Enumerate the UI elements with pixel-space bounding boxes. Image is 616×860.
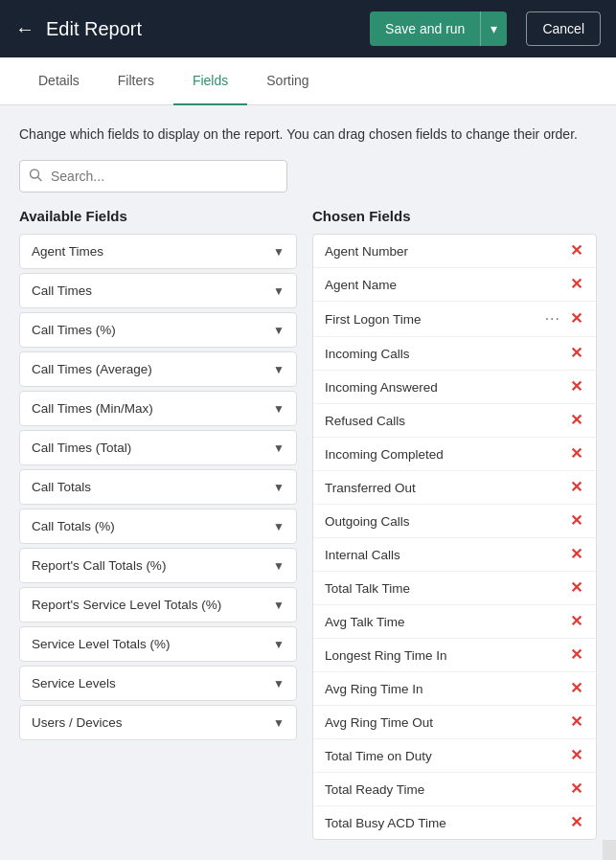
remove-field-button[interactable]: ✕ xyxy=(568,547,584,562)
dropdown-arrow-icon: ▼ xyxy=(273,245,285,259)
dropdown-arrow-icon: ▼ xyxy=(273,284,285,298)
svg-line-1 xyxy=(38,177,42,181)
chosen-field-actions: ✕ xyxy=(568,714,584,730)
chosen-field-label: Avg Ring Time Out xyxy=(325,715,568,730)
available-field-item[interactable]: Agent Times ▼ xyxy=(19,234,297,269)
available-field-item[interactable]: Service Levels ▼ xyxy=(19,666,297,701)
chosen-field-item: Outgoing Calls ✕ xyxy=(313,505,596,538)
field-options-button[interactable]: ··· xyxy=(543,310,562,328)
header: ← Edit Report Save and run ▾ Cancel xyxy=(0,0,616,57)
remove-field-button[interactable]: ✕ xyxy=(568,580,584,596)
available-field-item[interactable]: Service Level Totals (%) ▼ xyxy=(19,626,297,662)
remove-field-button[interactable]: ✕ xyxy=(568,815,584,830)
chosen-field-actions: ···✕ xyxy=(543,310,584,328)
remove-field-button[interactable]: ✕ xyxy=(568,647,584,663)
page-title: Edit Report xyxy=(46,18,358,40)
remove-field-button[interactable]: ✕ xyxy=(568,277,584,292)
available-field-item[interactable]: Call Times (%) ▼ xyxy=(19,312,297,348)
chosen-field-item: Agent Number ✕ xyxy=(313,235,596,268)
remove-field-button[interactable]: ✕ xyxy=(568,379,584,395)
remove-field-button[interactable]: ✕ xyxy=(568,413,584,428)
search-icon xyxy=(29,169,42,185)
save-run-button[interactable]: Save and run xyxy=(370,11,480,46)
dropdown-arrow-icon: ▼ xyxy=(273,638,285,651)
chosen-field-actions: ✕ xyxy=(568,277,584,292)
chosen-field-item: Longest Ring Time In ✕ xyxy=(313,639,596,672)
dropdown-arrow-icon: ▼ xyxy=(273,599,285,612)
available-field-label: Call Times (Min/Max) xyxy=(32,401,273,416)
remove-field-button[interactable]: ✕ xyxy=(568,480,584,495)
remove-field-button[interactable]: ✕ xyxy=(568,614,584,629)
chosen-field-actions: ✕ xyxy=(568,346,584,361)
fields-container: Available Fields Agent Times ▼ Call Time… xyxy=(19,208,597,840)
back-icon: ← xyxy=(15,18,34,40)
content-area: Details Filters Fields Sorting Change wh… xyxy=(0,57,616,840)
dropdown-arrow-icon: ▼ xyxy=(273,363,285,376)
available-field-item[interactable]: Call Times ▼ xyxy=(19,273,297,308)
remove-field-button[interactable]: ✕ xyxy=(568,714,584,730)
tab-sorting[interactable]: Sorting xyxy=(247,57,328,105)
dropdown-icon: ▾ xyxy=(491,21,497,36)
dropdown-arrow-icon: ▼ xyxy=(273,402,285,416)
available-fields-title: Available Fields xyxy=(19,208,297,224)
available-field-item[interactable]: Call Totals ▼ xyxy=(19,469,297,505)
available-field-item[interactable]: Call Times (Min/Max) ▼ xyxy=(19,391,297,426)
chosen-field-label: Outgoing Calls xyxy=(325,514,568,529)
chosen-field-actions: ✕ xyxy=(568,647,584,663)
available-field-item[interactable]: Report's Service Level Totals (%) ▼ xyxy=(19,587,297,622)
available-field-label: Call Totals xyxy=(32,480,273,494)
remove-field-button[interactable]: ✕ xyxy=(568,346,584,361)
chosen-field-item: Avg Ring Time In ✕ xyxy=(313,672,596,706)
chosen-field-item: Avg Talk Time ✕ xyxy=(313,605,596,639)
save-run-dropdown-button[interactable]: ▾ xyxy=(480,11,507,46)
chosen-field-label: Incoming Answered xyxy=(325,380,568,395)
remove-field-button[interactable]: ✕ xyxy=(568,311,584,327)
chosen-field-actions: ✕ xyxy=(568,446,584,462)
available-field-label: Call Times (Total) xyxy=(32,441,273,455)
available-field-item[interactable]: Users / Devices ▼ xyxy=(19,705,297,740)
remove-field-button[interactable]: ✕ xyxy=(568,781,584,797)
available-field-label: Service Level Totals (%) xyxy=(32,637,273,651)
chosen-fields-title: Chosen Fields xyxy=(312,208,597,224)
chosen-field-label: First Logon Time xyxy=(325,312,543,327)
chosen-field-label: Agent Number xyxy=(325,244,568,259)
remove-field-button[interactable]: ✕ xyxy=(568,446,584,462)
remove-field-button[interactable]: ✕ xyxy=(568,681,584,696)
chosen-field-label: Internal Calls xyxy=(325,548,568,562)
tab-filters[interactable]: Filters xyxy=(99,57,173,105)
chosen-field-actions: ✕ xyxy=(568,815,584,830)
chosen-field-item: Avg Ring Time Out ✕ xyxy=(313,706,596,739)
chosen-field-label: Incoming Calls xyxy=(325,347,568,361)
tab-fields[interactable]: Fields xyxy=(173,57,247,105)
chosen-field-item: Incoming Completed ✕ xyxy=(313,438,596,471)
dropdown-arrow-icon: ▼ xyxy=(273,520,285,533)
dropdown-arrow-icon: ▼ xyxy=(273,441,285,455)
search-input[interactable] xyxy=(19,160,287,192)
main-content: Change which fields to display on the re… xyxy=(0,105,616,840)
chosen-field-actions: ✕ xyxy=(568,413,584,428)
dropdown-arrow-icon: ▼ xyxy=(273,324,285,337)
dropdown-arrow-icon: ▼ xyxy=(273,481,285,494)
remove-field-button[interactable]: ✕ xyxy=(568,513,584,529)
remove-field-button[interactable]: ✕ xyxy=(568,748,584,763)
back-button[interactable]: ← xyxy=(15,18,34,40)
chosen-field-actions: ✕ xyxy=(568,748,584,763)
available-field-item[interactable]: Call Totals (%) ▼ xyxy=(19,509,297,544)
available-field-item[interactable]: Report's Call Totals (%) ▼ xyxy=(19,548,297,583)
chosen-field-item: Total Ready Time ✕ xyxy=(313,773,596,806)
cancel-button[interactable]: Cancel xyxy=(526,11,601,46)
available-fields-list: Agent Times ▼ Call Times ▼ Call Times (%… xyxy=(19,234,297,740)
available-field-item[interactable]: Call Times (Total) ▼ xyxy=(19,430,297,465)
chosen-fields-panel: Chosen Fields Agent Number ✕ Agent Name … xyxy=(312,208,597,840)
available-field-item[interactable]: Call Times (Average) ▼ xyxy=(19,351,297,387)
chosen-field-actions: ✕ xyxy=(568,547,584,562)
remove-field-button[interactable]: ✕ xyxy=(568,243,584,259)
chosen-fields-list: Agent Number ✕ Agent Name ✕ First Logon … xyxy=(312,234,597,840)
tab-details[interactable]: Details xyxy=(19,57,99,105)
chosen-field-label: Total Busy ACD Time xyxy=(325,816,568,830)
dropdown-arrow-icon: ▼ xyxy=(273,716,285,730)
chosen-field-label: Refused Calls xyxy=(325,414,568,428)
chosen-field-actions: ✕ xyxy=(568,681,584,696)
dropdown-arrow-icon: ▼ xyxy=(273,559,285,573)
search-wrapper xyxy=(19,160,287,192)
